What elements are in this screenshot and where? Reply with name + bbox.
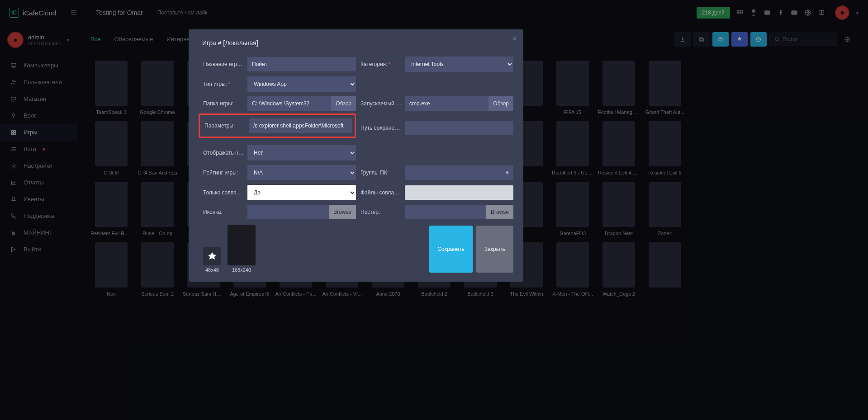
modal-close-icon[interactable]: × <box>512 34 517 43</box>
game-edit-modal: × Игра # [Локальная] Название игры:* Кат… <box>189 29 523 282</box>
label-taskbar: Отображать на пан... <box>199 150 247 156</box>
thumb-icon-preview: 48x48 <box>203 225 221 273</box>
close-button[interactable]: Закрыть <box>476 226 513 273</box>
select-rating[interactable]: N/A <box>247 165 356 180</box>
select-matchonly[interactable]: Да <box>247 185 356 200</box>
input-params[interactable] <box>249 118 352 133</box>
label-category: Категория:* <box>356 61 405 67</box>
params-highlight: Параметры: <box>199 113 356 138</box>
select-taskbar[interactable]: Нет <box>247 145 356 160</box>
thumb-poster-preview: 168x240 <box>228 225 256 273</box>
modal-title: Игра # [Локальная] <box>202 39 510 47</box>
label-params: Параметры: <box>200 123 249 129</box>
label-matchonly: Только совпадение: <box>199 189 247 196</box>
input-savepath[interactable] <box>405 121 513 135</box>
select-category[interactable]: Internet Tools <box>405 57 513 72</box>
label-folder: Папка игры: <box>199 100 247 107</box>
label-type: Тип игры:* <box>199 81 247 87</box>
label-matchfiles: Файлы совпадения: <box>356 189 405 196</box>
browse-poster-button[interactable]: Browse <box>486 205 513 219</box>
input-icon[interactable] <box>247 205 329 219</box>
input-matchfiles[interactable] <box>405 185 513 200</box>
label-icon: Иконка: <box>199 209 247 215</box>
input-poster[interactable] <box>405 205 486 219</box>
browse-folder-button[interactable]: Обзор <box>331 96 356 111</box>
label-poster: Постер: <box>356 209 405 215</box>
label-name: Название игры:* <box>199 61 247 67</box>
input-exe[interactable] <box>405 96 489 111</box>
label-exe: Запускаемый файл... <box>356 100 405 107</box>
browse-icon-button[interactable]: Browse <box>329 205 356 219</box>
label-groups: Группы ПК: <box>356 170 405 176</box>
select-groups[interactable] <box>405 165 513 180</box>
input-name[interactable] <box>247 57 356 71</box>
save-button[interactable]: Сохранить <box>429 226 473 273</box>
select-type[interactable]: Windows App <box>247 76 356 92</box>
input-folder[interactable] <box>247 96 331 111</box>
label-rating: Рейтинг игры: <box>199 170 247 176</box>
label-savepath: Путь сохранений: <box>356 125 405 131</box>
browse-exe-button[interactable]: Обзор <box>489 96 513 111</box>
